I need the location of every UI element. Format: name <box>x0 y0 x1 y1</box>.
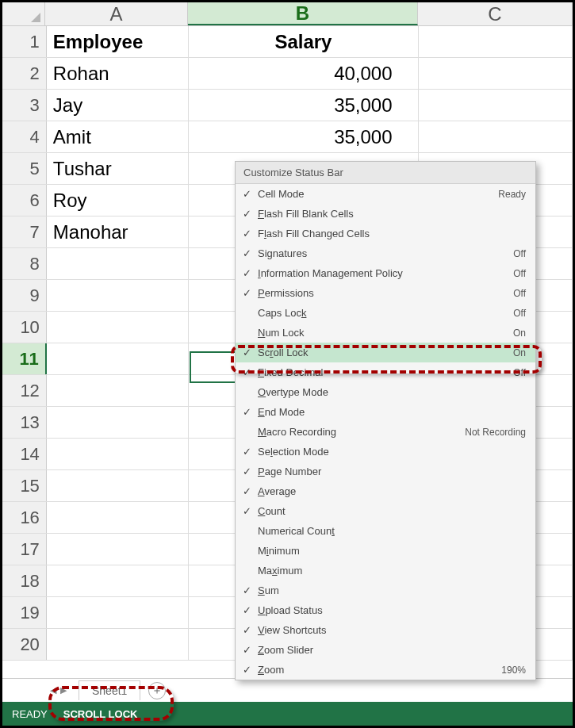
cell[interactable]: 35,000 <box>189 121 418 152</box>
cell[interactable] <box>47 280 190 311</box>
tab-prev-icon[interactable]: ◀ <box>50 685 56 695</box>
row-header[interactable]: 19 <box>2 597 47 628</box>
cell[interactable]: Rohan <box>47 58 189 89</box>
row-header[interactable]: 4 <box>2 121 47 152</box>
check-icon: ✓ <box>236 466 258 477</box>
menu-item-label: Caps Lock <box>258 307 513 319</box>
row-header[interactable]: 10 <box>2 312 47 343</box>
row-header[interactable]: 20 <box>2 629 47 660</box>
menu-item[interactable]: ✓Upload Status <box>236 600 535 620</box>
menu-title: Customize Status Bar <box>236 162 535 184</box>
cell[interactable]: Salary <box>189 26 418 57</box>
row-header[interactable]: 9 <box>2 280 47 311</box>
sheet-tab[interactable]: Sheet1 <box>79 680 140 700</box>
menu-item[interactable]: ✓Page Number <box>236 462 535 481</box>
menu-item[interactable]: Macro RecordingNot Recording <box>236 422 535 442</box>
menu-item[interactable]: ✓Zoom190% <box>236 660 535 680</box>
menu-item-label: Average <box>258 485 526 497</box>
menu-item[interactable]: Overtype Mode <box>236 382 535 402</box>
customize-status-bar-menu[interactable]: Customize Status Bar ✓Cell ModeReady✓Fla… <box>235 161 536 680</box>
cell[interactable]: 40,000 <box>189 58 418 89</box>
cell[interactable]: Tushar <box>47 153 190 184</box>
row-header[interactable]: 1 <box>2 26 47 57</box>
cell[interactable] <box>419 121 573 152</box>
cell[interactable] <box>419 26 573 57</box>
menu-item[interactable]: ✓Scroll LockOn <box>236 343 535 362</box>
menu-item-value: 190% <box>501 665 526 676</box>
check-icon: ✓ <box>236 644 258 656</box>
menu-item[interactable]: Caps LockOff <box>236 303 535 323</box>
cell[interactable]: Amit <box>47 121 189 152</box>
row-header[interactable]: 7 <box>2 216 47 247</box>
column-header-B[interactable]: B <box>188 2 418 25</box>
row-header[interactable]: 5 <box>2 153 47 184</box>
cell[interactable] <box>47 343 190 374</box>
row-header[interactable]: 14 <box>2 439 47 469</box>
menu-item[interactable]: ✓Sum <box>236 580 535 600</box>
cell[interactable] <box>47 248 190 279</box>
menu-item-value: Ready <box>498 189 526 200</box>
row-header[interactable]: 18 <box>2 565 47 596</box>
cell[interactable] <box>47 470 190 501</box>
menu-item[interactable]: Numerical Count <box>236 521 535 541</box>
menu-item[interactable]: ✓Zoom Slider <box>236 640 535 660</box>
row-header[interactable]: 11 <box>2 343 47 374</box>
check-icon: ✓ <box>236 584 258 596</box>
row-header[interactable]: 3 <box>2 90 47 121</box>
menu-item[interactable]: ✓Flash Fill Blank Cells <box>236 204 535 224</box>
menu-item[interactable]: ✓Average <box>236 481 535 501</box>
cell[interactable] <box>419 90 573 121</box>
row-header[interactable]: 6 <box>2 185 47 216</box>
cell[interactable] <box>419 58 573 89</box>
tab-nav[interactable]: ◀ ▶ <box>50 685 67 695</box>
cell[interactable]: Employee <box>47 26 190 57</box>
row-header[interactable]: 8 <box>2 248 47 279</box>
tab-next-icon[interactable]: ▶ <box>60 685 67 695</box>
cell[interactable] <box>47 502 190 533</box>
menu-item[interactable]: ✓Flash Fill Changed Cells <box>236 224 535 243</box>
check-icon: ✓ <box>236 664 258 676</box>
menu-item[interactable]: ✓Selection Mode <box>236 442 535 462</box>
add-sheet-button[interactable]: ＋ <box>148 682 166 699</box>
menu-item[interactable]: ✓View Shortcuts <box>236 620 535 640</box>
menu-item[interactable]: ✓SignaturesOff <box>236 243 535 263</box>
menu-item[interactable]: Minimum <box>236 541 535 561</box>
menu-item[interactable]: ✓Cell ModeReady <box>236 184 535 204</box>
column-header-C[interactable]: C <box>418 2 573 25</box>
menu-item-label: Maximum <box>258 565 526 577</box>
cell[interactable]: Jay <box>47 90 189 121</box>
check-icon: ✓ <box>236 267 258 279</box>
cell[interactable] <box>47 439 190 469</box>
menu-item-value: Not Recording <box>465 427 526 438</box>
status-bar[interactable]: READY SCROLL LOCK <box>2 702 573 726</box>
cell[interactable] <box>47 312 190 343</box>
menu-item-label: End Mode <box>258 406 526 418</box>
cell[interactable]: Roy <box>47 185 190 216</box>
row-header[interactable]: 13 <box>2 407 47 438</box>
cell[interactable] <box>47 407 190 438</box>
menu-item[interactable]: Num LockOn <box>236 323 535 343</box>
menu-item[interactable]: ✓Information Management PolicyOff <box>236 263 535 283</box>
cell[interactable] <box>47 629 190 660</box>
menu-item[interactable]: ✓PermissionsOff <box>236 283 535 303</box>
select-all-corner[interactable] <box>2 2 45 25</box>
menu-item-label: Fixed Decimal <box>258 366 513 378</box>
menu-item-label: Numerical Count <box>258 525 526 537</box>
cell[interactable] <box>47 534 190 565</box>
row-header[interactable]: 12 <box>2 375 47 406</box>
row-header[interactable]: 16 <box>2 502 47 533</box>
cell[interactable] <box>47 597 190 628</box>
column-header-A[interactable]: A <box>45 2 188 25</box>
menu-item[interactable]: ✓End Mode <box>236 402 535 422</box>
menu-item[interactable]: Maximum <box>236 561 535 580</box>
cell[interactable]: 35,000 <box>189 90 418 121</box>
row-header[interactable]: 15 <box>2 470 47 501</box>
row-header[interactable]: 17 <box>2 534 47 565</box>
menu-item[interactable]: ✓Count <box>236 501 535 521</box>
menu-item[interactable]: ✓Fixed DecimalOff <box>236 362 535 382</box>
row-header[interactable]: 2 <box>2 58 47 89</box>
menu-item-value: Off <box>513 308 526 319</box>
cell[interactable]: Manohar <box>47 216 190 247</box>
cell[interactable] <box>47 375 190 406</box>
cell[interactable] <box>47 565 190 596</box>
